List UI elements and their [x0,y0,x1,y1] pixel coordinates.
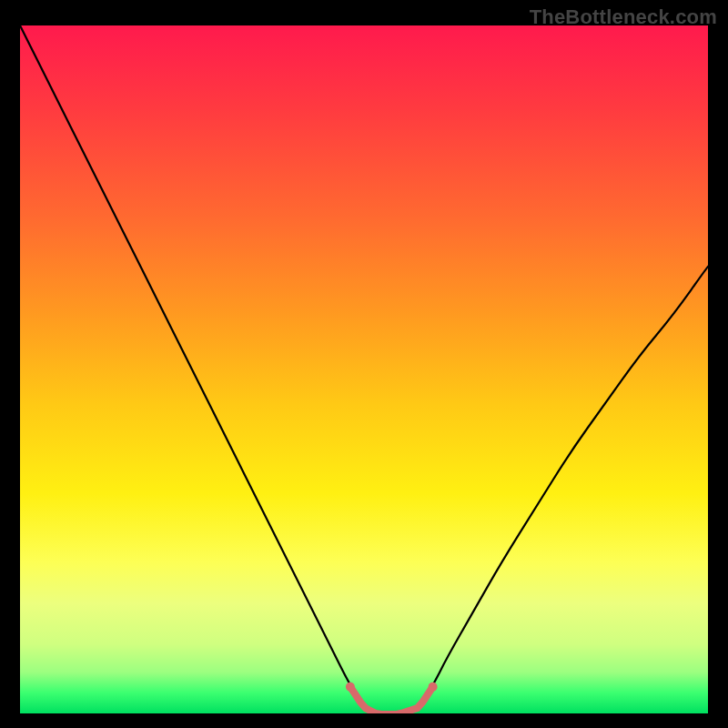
optimal-end-dot [429,682,438,692]
chart-area [20,25,708,713]
watermark-text: TheBottleneck.com [530,5,717,29]
optimal-start-dot [346,682,355,692]
bottleneck-curve [20,25,708,713]
curve-layer [20,25,708,713]
baseline-band [20,705,708,713]
